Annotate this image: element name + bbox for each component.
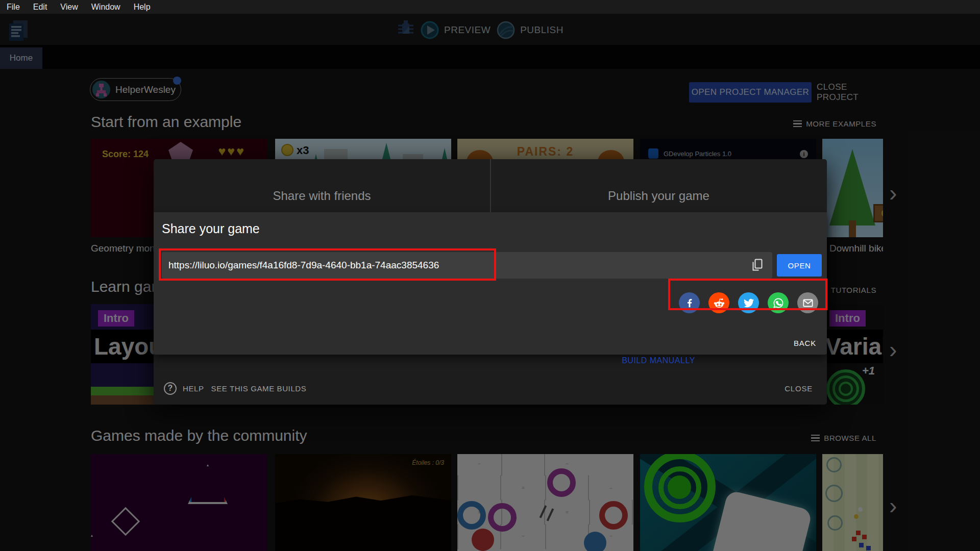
back-button[interactable]: BACK	[793, 336, 817, 350]
tab-share-with-friends[interactable]: Share with friends	[154, 189, 490, 203]
see-game-builds-button[interactable]: SEE THIS GAME BUILDS	[211, 384, 307, 393]
tab-publish-your-game[interactable]: Publish your game	[491, 189, 827, 203]
copy-icon	[750, 258, 765, 273]
menu-window[interactable]: Window	[85, 0, 127, 14]
gdevelop-window: File Edit View Window Help	[0, 0, 980, 551]
tab-divider	[490, 159, 491, 213]
menu-edit[interactable]: Edit	[27, 0, 54, 14]
dialog-bottom-bar: ? HELP SEE THIS GAME BUILDS CLOSE	[154, 372, 827, 405]
copy-url-button[interactable]	[750, 258, 765, 273]
help-icon[interactable]: ?	[164, 382, 177, 395]
menu-help[interactable]: Help	[127, 0, 157, 14]
help-button[interactable]: HELP	[183, 384, 204, 393]
share-panel-title: Share your game	[162, 221, 260, 236]
menu-file[interactable]: File	[0, 0, 27, 14]
menu-bar: File Edit View Window Help	[0, 0, 980, 14]
open-game-button[interactable]: OPEN	[777, 254, 822, 277]
close-dialog-button[interactable]: CLOSE	[785, 384, 813, 393]
menu-view[interactable]: View	[54, 0, 84, 14]
annotation-box-social	[668, 279, 827, 310]
build-manually-link[interactable]: BUILD MANUALLY	[490, 356, 827, 365]
annotation-box-url	[159, 248, 496, 281]
